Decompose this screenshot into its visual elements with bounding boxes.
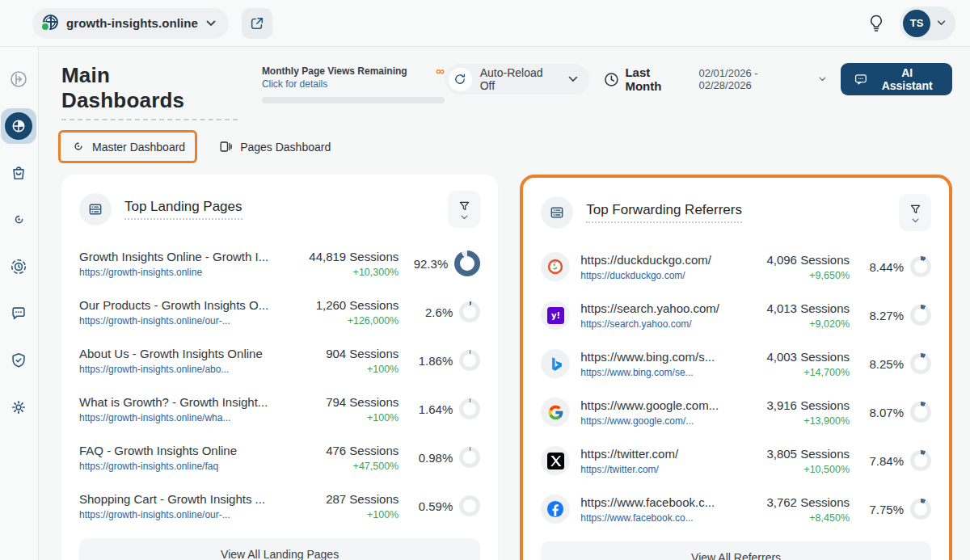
top-landing-pages-card: Top Landing Pages Growth Insights Online… (61, 175, 498, 560)
sidebar-item-ecommerce[interactable] (1, 155, 36, 191)
date-range-picker[interactable]: Last Month 02/01/2026 - 02/28/2026 (604, 65, 826, 93)
sessions-change: +126,000% (279, 315, 399, 326)
ideas-button[interactable] (864, 11, 888, 36)
chevron-down-icon (461, 215, 468, 220)
row-share: 92.3% (409, 251, 480, 276)
list-item[interactable]: Growth Insights Online - Growth I... htt… (61, 239, 498, 288)
list-item[interactable]: FAQ - Growth Insights Online https://gro… (61, 433, 498, 482)
row-url[interactable]: https://search.yahoo.com/ (580, 318, 719, 330)
row-url[interactable]: https://duckduckgo.com/ (580, 270, 719, 281)
list-item[interactable]: https://twitter.com/ https://twitter.com… (523, 436, 949, 485)
chevron-down-icon (937, 20, 946, 26)
list-item[interactable]: About Us - Growth Insights Online https:… (61, 336, 498, 385)
master-dashboard-highlight: Master Dashboard (58, 130, 197, 163)
row-share: 1.86% (409, 350, 480, 371)
row-url[interactable]: https://www.facebook.co... (580, 512, 719, 524)
sidebar-item-session-recordings[interactable] (1, 249, 36, 284)
row-title[interactable]: Shopping Cart - Growth Insights ... (79, 492, 268, 506)
sidebar-item-settings[interactable] (1, 389, 36, 425)
share-donut (454, 251, 480, 276)
cards-row: Top Landing Pages Growth Insights Online… (39, 163, 970, 560)
share-percentage: 8.44% (869, 260, 904, 274)
sidebar-item-privacy[interactable] (1, 343, 36, 378)
share-percentage: 8.27% (869, 309, 904, 322)
list-item[interactable]: https://www.google.com... https://www.go… (523, 388, 949, 436)
row-url[interactable]: https://www.bing.com/se... (580, 367, 719, 378)
row-url[interactable]: https://growth-insights.online/our-... (79, 509, 268, 520)
sessions-change: +13,900% (730, 415, 850, 427)
gear-icon (10, 398, 27, 416)
filter-button[interactable] (899, 194, 931, 231)
row-title[interactable]: https://search.yahoo.com/ (580, 301, 719, 315)
row-title[interactable]: Growth Insights Online - Growth I... (79, 250, 268, 263)
row-url[interactable]: https://growth-insights.online (79, 267, 268, 278)
share-donut (910, 402, 931, 423)
sidebar-collapse-button[interactable] (1, 61, 36, 97)
monthly-views-details-link[interactable]: Click for details (262, 78, 407, 90)
auto-reload-dropdown[interactable]: Auto-Reload Off (445, 64, 589, 95)
row-title[interactable]: About Us - Growth Insights Online (79, 347, 268, 360)
row-sessions: 1,260 Sessions +126,000% (279, 298, 399, 326)
share-donut (459, 398, 480, 419)
bing-icon (541, 349, 570, 378)
shopping-bag-icon (10, 164, 27, 182)
row-title[interactable]: https://duckduckgo.com/ (580, 253, 719, 267)
row-title[interactable]: Our Products - Growth Insights O... (79, 298, 268, 312)
sidebar (0, 47, 39, 560)
sidebar-item-feedback[interactable] (1, 296, 36, 331)
row-url[interactable]: https://www.google.com/... (580, 415, 719, 427)
list-item[interactable]: https://www.facebook.c... https://www.fa… (523, 485, 949, 533)
row-url[interactable]: https://growth-insights.online/abo... (79, 364, 268, 375)
view-all-button[interactable]: View All Referrers (541, 541, 931, 560)
share-percentage: 2.6% (425, 305, 453, 319)
sessions-change: +100% (279, 364, 399, 375)
ai-assistant-button[interactable]: AI Assistant (841, 63, 952, 95)
server-stack-icon (549, 204, 565, 221)
list-item[interactable]: What is Growth? - Growth Insight... http… (61, 385, 498, 433)
row-title[interactable]: https://www.google.com... (580, 398, 719, 412)
row-share: 8.07% (860, 402, 931, 423)
list-item[interactable]: https://duckduckgo.com/ https://duckduck… (523, 242, 949, 291)
share-percentage: 1.64% (419, 402, 453, 416)
row-share: 7.75% (860, 499, 931, 520)
sessions-change: +100% (279, 412, 399, 423)
row-sessions: 44,819 Sessions +10,300% (279, 250, 399, 278)
website-selector[interactable]: growth-insights.online (32, 8, 229, 39)
card-badge (79, 193, 112, 225)
share-percentage: 0.59% (419, 499, 453, 513)
duckduckgo-icon (541, 252, 570, 281)
sessions-value: 476 Sessions (279, 444, 399, 457)
open-website-button[interactable] (242, 8, 272, 39)
chevron-down-icon (568, 76, 578, 82)
tab-pages-dashboard[interactable]: Pages Dashboard (209, 133, 340, 161)
row-sessions: 476 Sessions +47,500% (279, 444, 399, 472)
share-donut (459, 495, 480, 516)
sessions-value: 3,805 Sessions (730, 447, 850, 461)
list-item[interactable]: Our Products - Growth Insights O... http… (61, 288, 498, 336)
page-header: Main Dashboards Monthly Page Views Remai… (39, 47, 970, 120)
row-url[interactable]: https://growth-insights.online/wha... (79, 412, 268, 423)
share-donut (910, 353, 931, 374)
filter-button[interactable] (448, 191, 480, 228)
list-item[interactable]: Shopping Cart - Growth Insights ... http… (61, 482, 498, 530)
row-url[interactable]: https://growth-insights.online/our-... (79, 315, 268, 326)
sidebar-item-dashboards[interactable] (1, 108, 36, 144)
user-menu[interactable]: TS (900, 6, 955, 40)
row-title[interactable]: What is Growth? - Growth Insight... (79, 395, 268, 409)
sessions-value: 287 Sessions (279, 492, 399, 506)
row-url[interactable]: https://twitter.com/ (580, 464, 719, 475)
sessions-value: 794 Sessions (279, 395, 399, 409)
tab-master-dashboard[interactable]: Master Dashboard (61, 133, 195, 161)
view-all-button[interactable]: View All Landing Pages (79, 538, 480, 560)
list-item[interactable]: https://www.bing.com/s... https://www.bi… (523, 339, 949, 388)
row-url[interactable]: https://growth-insights.online/faq (79, 461, 268, 472)
row-title[interactable]: https://www.facebook.c... (580, 495, 719, 509)
page-title: Main Dashboards (61, 63, 238, 120)
row-title[interactable]: https://twitter.com/ (580, 447, 719, 461)
arrow-circle-icon (10, 70, 27, 88)
row-sessions: 3,762 Sessions +8,450% (730, 495, 850, 524)
row-title[interactable]: FAQ - Growth Insights Online (79, 444, 268, 457)
sidebar-item-behavior[interactable] (1, 202, 36, 238)
row-title[interactable]: https://www.bing.com/s... (580, 350, 719, 364)
list-item[interactable]: y! https://search.yahoo.com/ https://sea… (523, 291, 949, 339)
